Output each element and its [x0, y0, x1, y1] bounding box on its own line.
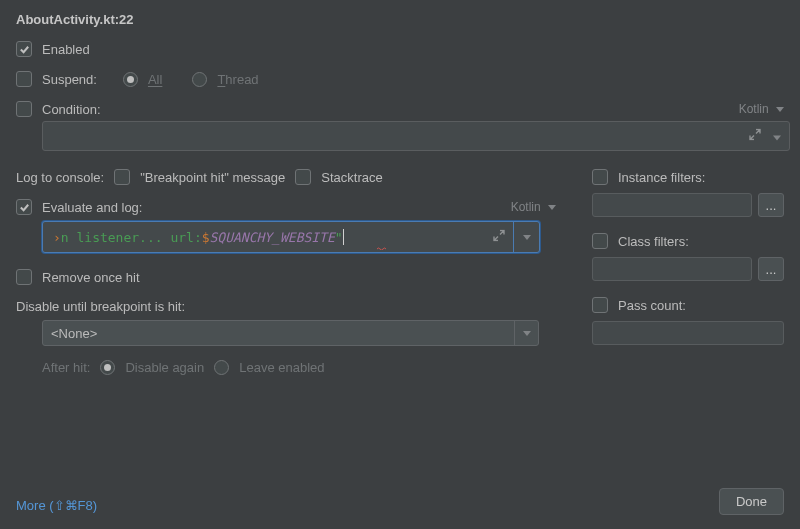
- more-link[interactable]: More (⇧⌘F8): [16, 498, 97, 513]
- expand-icon[interactable]: [749, 129, 761, 144]
- evaluate-and-log-checkbox[interactable]: [16, 199, 32, 215]
- class-filters-input[interactable]: [592, 257, 752, 281]
- evaluate-expression-input[interactable]: ›n listener... url: $SQUANCHY_WEBSITE": [42, 221, 540, 253]
- text-caret: [343, 229, 344, 245]
- remove-once-hit-checkbox[interactable]: [16, 269, 32, 285]
- evaluate-dropdown-button[interactable]: [513, 222, 539, 252]
- condition-label: Condition:: [42, 102, 101, 117]
- evaluate-language-picker[interactable]: Kotlin: [511, 200, 556, 214]
- enabled-checkbox[interactable]: [16, 41, 32, 57]
- instance-filters-checkbox[interactable]: [592, 169, 608, 185]
- after-hit-label: After hit:: [42, 360, 90, 375]
- suspend-thread-radio[interactable]: [192, 72, 207, 87]
- condition-dropdown-icon[interactable]: [773, 129, 781, 144]
- instance-filters-browse-button[interactable]: ...: [758, 193, 784, 217]
- enabled-label: Enabled: [42, 42, 90, 57]
- class-filters-checkbox[interactable]: [592, 233, 608, 249]
- suspend-all-radio[interactable]: [123, 72, 138, 87]
- pass-count-input[interactable]: [592, 321, 784, 345]
- remove-once-hit-label: Remove once hit: [42, 270, 140, 285]
- expand-icon[interactable]: [493, 230, 505, 245]
- chevron-down-icon: [548, 205, 556, 210]
- done-button[interactable]: Done: [719, 488, 784, 515]
- suspend-all-label: All: [148, 72, 162, 87]
- class-filters-browse-button[interactable]: ...: [758, 257, 784, 281]
- stacktrace-label: Stacktrace: [321, 170, 382, 185]
- evaluate-and-log-label: Evaluate and log:: [42, 200, 142, 215]
- suspend-thread-label: Thread: [217, 72, 258, 87]
- after-hit-disable-label: Disable again: [125, 360, 204, 375]
- chevron-down-icon: [514, 321, 538, 345]
- disable-until-value: <None>: [51, 326, 97, 341]
- pass-count-label: Pass count:: [618, 298, 686, 313]
- after-hit-disable-radio[interactable]: [100, 360, 115, 375]
- class-filters-label: Class filters:: [618, 234, 689, 249]
- after-hit-leave-radio[interactable]: [214, 360, 229, 375]
- after-hit-leave-label: Leave enabled: [239, 360, 324, 375]
- page-title: AboutActivity.kt:22: [16, 12, 784, 27]
- suspend-label: Suspend:: [42, 72, 97, 87]
- error-squiggle-icon: [377, 247, 387, 250]
- disable-until-select[interactable]: <None>: [42, 320, 539, 346]
- disable-until-label: Disable until breakpoint is hit:: [16, 299, 556, 314]
- pass-count-checkbox[interactable]: [592, 297, 608, 313]
- condition-input[interactable]: [42, 121, 790, 151]
- log-to-console-label: Log to console:: [16, 170, 104, 185]
- instance-filters-input[interactable]: [592, 193, 752, 217]
- stacktrace-checkbox[interactable]: [295, 169, 311, 185]
- condition-language-picker[interactable]: Kotlin: [739, 102, 784, 116]
- breakpoint-hit-label: "Breakpoint hit" message: [140, 170, 285, 185]
- suspend-checkbox[interactable]: [16, 71, 32, 87]
- condition-checkbox[interactable]: [16, 101, 32, 117]
- chevron-down-icon: [776, 107, 784, 112]
- breakpoint-hit-checkbox[interactable]: [114, 169, 130, 185]
- instance-filters-label: Instance filters:: [618, 170, 705, 185]
